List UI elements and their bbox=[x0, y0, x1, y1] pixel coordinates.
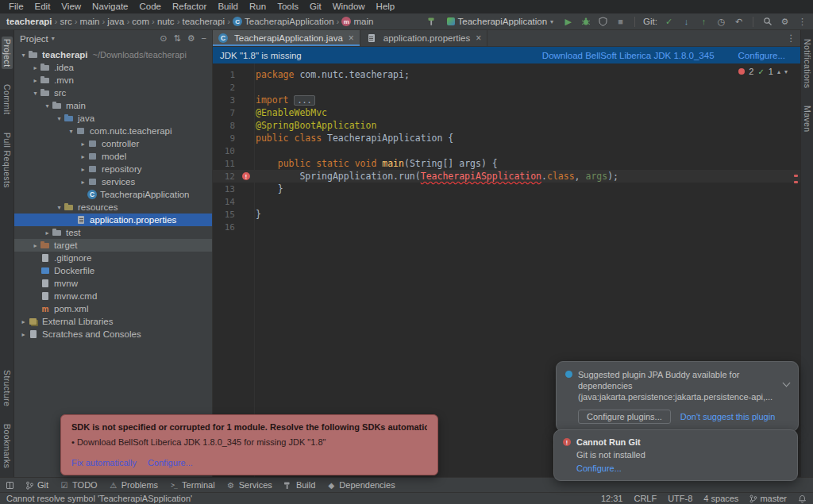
editor-tab[interactable]: application.properties× bbox=[360, 30, 487, 46]
stripe-tab-bookmarks[interactable]: Bookmarks bbox=[2, 421, 13, 471]
tree-row[interactable]: mvnw bbox=[14, 277, 212, 290]
tree-toggle-icon[interactable]: ▸ bbox=[43, 229, 52, 237]
toolwindow-button-services[interactable]: ⚙Services bbox=[226, 480, 272, 490]
tree-toggle-icon[interactable]: ▾ bbox=[19, 52, 28, 59]
encoding-widget[interactable]: UTF-8 bbox=[668, 494, 692, 503]
select-opened-file-icon[interactable]: ⊙ bbox=[160, 33, 167, 44]
tree-toggle-icon[interactable]: ▸ bbox=[79, 166, 87, 173]
code-line[interactable]: 7@EnableWebMvc bbox=[213, 106, 800, 119]
code-line[interactable]: 1package com.nutc.teacherapi; bbox=[213, 68, 800, 81]
code-line[interactable]: 9public class TeacherapiApplication { bbox=[213, 132, 800, 144]
toolwindow-button-build[interactable]: Build bbox=[283, 480, 315, 490]
tree-row[interactable]: ▾teacherapi~/Downloads/teacherapi bbox=[14, 48, 212, 61]
tree-row[interactable]: mvnw.cmd bbox=[14, 290, 212, 302]
code-line[interactable]: 12 SpringApplication.run(TeacherapiASppl… bbox=[213, 170, 800, 183]
menu-item-git[interactable]: Git bbox=[304, 0, 327, 13]
line-separator-widget[interactable]: CRLF bbox=[634, 494, 657, 503]
tree-row[interactable]: ▸services bbox=[14, 175, 212, 188]
tree-row[interactable]: ▸External Libraries bbox=[14, 315, 212, 328]
code-line[interactable]: 10 bbox=[213, 144, 800, 157]
tree-toggle-icon[interactable]: ▸ bbox=[79, 140, 87, 148]
stripe-tab-notifications[interactable]: Notifications bbox=[802, 37, 813, 90]
toolwindow-button-git[interactable]: Git bbox=[25, 480, 48, 490]
breadcrumb-item[interactable]: java bbox=[106, 17, 125, 26]
menu-item-help[interactable]: Help bbox=[371, 0, 401, 13]
hide-panel-icon[interactable]: − bbox=[202, 33, 206, 44]
next-issue-icon[interactable]: ▾ bbox=[784, 68, 788, 75]
close-tab-icon[interactable]: × bbox=[349, 33, 354, 44]
menu-item-file[interactable]: File bbox=[3, 0, 29, 13]
git-push-icon[interactable]: ↑ bbox=[698, 16, 710, 28]
tree-toggle-icon[interactable]: ▾ bbox=[31, 90, 40, 97]
menu-item-run[interactable]: Run bbox=[244, 0, 272, 13]
menu-item-view[interactable]: View bbox=[56, 0, 87, 13]
stripe-tab-maven[interactable]: Maven bbox=[802, 103, 813, 135]
tree-toggle-icon[interactable]: ▾ bbox=[43, 102, 52, 110]
git-branch-widget[interactable]: master bbox=[749, 494, 787, 503]
configure-jdk-link[interactable]: Configure... bbox=[738, 51, 785, 60]
menu-item-build[interactable]: Build bbox=[212, 0, 244, 13]
breadcrumb-item[interactable]: com bbox=[130, 17, 151, 26]
menu-item-edit[interactable]: Edit bbox=[29, 0, 56, 13]
tree-row[interactable]: ▾main bbox=[14, 99, 212, 112]
git-configure-link[interactable]: Configure... bbox=[576, 464, 622, 473]
tree-row[interactable]: ▾resources bbox=[14, 201, 212, 214]
code-line[interactable]: 13 } bbox=[213, 183, 800, 195]
breadcrumb-item[interactable]: CTeacherapiApplication bbox=[231, 17, 336, 26]
tree-toggle-icon[interactable]: ▸ bbox=[79, 179, 87, 186]
stripe-tab-structure[interactable]: Structure bbox=[2, 367, 13, 409]
tree-row[interactable]: ▸controller bbox=[14, 137, 212, 150]
tree-row[interactable]: ▾com.nutc.teacherapi bbox=[14, 125, 212, 137]
menu-item-refactor[interactable]: Refactor bbox=[167, 0, 212, 13]
configure-plugins-button[interactable]: Configure plugins... bbox=[578, 410, 671, 424]
tree-row[interactable]: mpom.xml bbox=[14, 302, 212, 315]
git-commit-check-icon[interactable]: ✓ bbox=[663, 16, 675, 28]
code-line[interactable]: 14 bbox=[213, 195, 800, 208]
tree-row[interactable]: CTeacherapiApplication bbox=[14, 188, 212, 201]
stop-button[interactable]: ■ bbox=[615, 16, 626, 28]
breadcrumb-item[interactable]: teacherapi bbox=[180, 17, 226, 26]
tree-row[interactable]: ▾src bbox=[14, 87, 212, 99]
tree-row[interactable]: ▸test bbox=[14, 226, 212, 239]
code-line[interactable]: 11 public static void main(String[] args… bbox=[213, 157, 800, 170]
tree-toggle-icon[interactable]: ▾ bbox=[55, 204, 64, 211]
breadcrumb-item[interactable]: teacherapi bbox=[5, 17, 54, 26]
panel-settings-gear-icon[interactable]: ⚙ bbox=[187, 33, 195, 44]
dont-suggest-button[interactable]: Don't suggest this plugin bbox=[680, 412, 776, 421]
tree-row[interactable]: .gitignore bbox=[14, 252, 212, 264]
stripe-tab-commit[interactable]: Commit bbox=[2, 82, 13, 117]
stripe-tab-pull-requests[interactable]: Pull Requests bbox=[2, 130, 13, 190]
tree-toggle-icon[interactable]: ▸ bbox=[31, 64, 40, 71]
breadcrumb-item[interactable]: nutc bbox=[156, 17, 176, 26]
breadcrumb-item[interactable]: main bbox=[79, 17, 102, 26]
rollback-icon[interactable]: ↶ bbox=[733, 16, 745, 28]
tree-row[interactable]: ▾java bbox=[14, 112, 212, 125]
code-line[interactable]: 2 bbox=[213, 81, 800, 94]
tree-toggle-icon[interactable]: ▾ bbox=[55, 115, 64, 122]
tree-row[interactable]: ▸.idea bbox=[14, 61, 212, 74]
more-options-icon[interactable]: ⋮ bbox=[796, 16, 808, 28]
tree-row[interactable]: ▸model bbox=[14, 150, 212, 163]
project-panel-title[interactable]: Project bbox=[20, 34, 48, 44]
breadcrumb-item[interactable]: src bbox=[58, 17, 73, 26]
tree-toggle-icon[interactable]: ▸ bbox=[19, 318, 28, 325]
tree-toggle-icon[interactable]: ▸ bbox=[79, 153, 87, 160]
close-tab-icon[interactable]: × bbox=[476, 33, 481, 44]
tree-row[interactable]: ▸Scratches and Consoles bbox=[14, 328, 212, 340]
tree-toggle-icon[interactable]: ▸ bbox=[19, 331, 28, 338]
breadcrumb-item[interactable]: mmain bbox=[340, 17, 375, 26]
tree-row[interactable]: ▸.mvn bbox=[14, 74, 212, 87]
code-line[interactable]: 16 bbox=[213, 221, 800, 233]
menu-item-navigate[interactable]: Navigate bbox=[87, 0, 133, 13]
coverage-button[interactable] bbox=[597, 16, 609, 28]
error-stripe-mark[interactable] bbox=[794, 175, 798, 177]
tree-toggle-icon[interactable]: ▸ bbox=[31, 242, 40, 249]
menu-item-tools[interactable]: Tools bbox=[272, 0, 304, 13]
expand-collapse-icon[interactable]: ⇅ bbox=[173, 33, 180, 44]
code-line[interactable]: 8@SpringBootApplication bbox=[213, 119, 800, 132]
balloon-configure-link[interactable]: Configure... bbox=[148, 458, 193, 467]
error-stripe-mark[interactable] bbox=[794, 181, 798, 183]
stripe-tab-project[interactable]: Project bbox=[2, 37, 13, 69]
fix-automatically-link[interactable]: Fix automatically bbox=[71, 458, 137, 467]
notifications-bell-icon[interactable] bbox=[798, 494, 807, 503]
